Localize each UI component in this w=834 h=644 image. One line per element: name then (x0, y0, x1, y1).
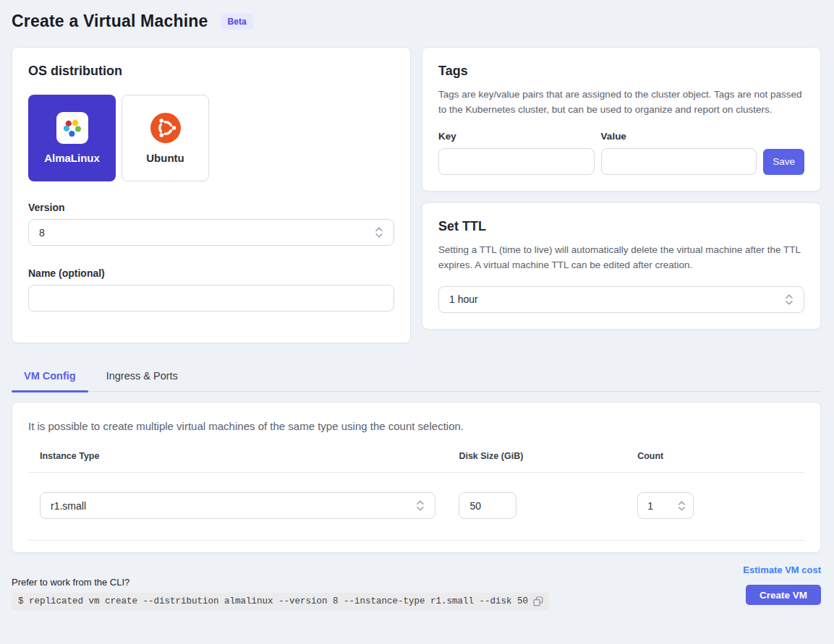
cli-block: Prefer to work from the CLI? $ replicate… (12, 577, 549, 610)
column-header-instance-type: Instance Type (28, 451, 447, 472)
distribution-tile-almalinux[interactable]: AlmaLinux (28, 95, 116, 181)
instance-type-value: r1.small (51, 500, 86, 512)
os-distribution-card: OS distribution AlmaLinux (12, 47, 411, 343)
disk-size-input[interactable] (459, 492, 516, 519)
column-header-disk-size: Disk Size (GiB) (447, 451, 626, 472)
vm-table-row: r1.small 1 (28, 473, 804, 541)
almalinux-logo-icon (56, 112, 88, 144)
column-header-count: Count (626, 451, 804, 472)
distribution-tiles: AlmaLinux (28, 95, 394, 181)
top-cards: OS distribution AlmaLinux (12, 47, 821, 343)
chevron-updown-icon (375, 226, 383, 239)
vm-config-card: It is possible to create multiple virtua… (12, 402, 821, 553)
right-column: Tags Tags are key/value pairs that are a… (422, 47, 821, 330)
save-tag-button[interactable]: Save (763, 149, 804, 175)
page-footer: Prefer to work from the CLI? $ replicate… (12, 564, 821, 610)
create-vm-page: Create a Virtual Machine Beta OS distrib… (0, 0, 834, 610)
instance-type-cell: r1.small (28, 492, 447, 519)
page-title: Create a Virtual Machine (12, 12, 208, 31)
ubuntu-logo-icon (150, 112, 182, 144)
tab-vm-config[interactable]: VM Config (12, 362, 88, 391)
instance-type-select[interactable]: r1.small (40, 492, 435, 519)
cli-command-text: $ replicated vm create --distribution al… (18, 596, 528, 606)
set-ttl-card: Set TTL Setting a TTL (time to live) wil… (422, 202, 821, 330)
footer-actions: Estimate VM cost Create VM (743, 564, 821, 610)
count-value: 1 (647, 500, 653, 512)
tag-value-input[interactable] (601, 148, 757, 175)
ttl-select-value: 1 hour (449, 293, 478, 305)
disk-size-cell (447, 492, 626, 519)
set-ttl-description: Setting a TTL (time to live) will automa… (438, 243, 804, 273)
tag-key-label: Key (438, 131, 595, 142)
os-distribution-heading: OS distribution (28, 64, 394, 79)
tags-description: Tags are key/value pairs that are assign… (438, 87, 804, 118)
vm-config-note: It is possible to create multiple virtua… (28, 420, 804, 432)
distribution-tile-label: AlmaLinux (44, 152, 100, 164)
tag-key-field-group: Key (438, 131, 595, 175)
version-select[interactable]: 8 (28, 219, 394, 246)
estimate-vm-cost-link[interactable]: Estimate VM cost (743, 564, 821, 575)
set-ttl-heading: Set TTL (438, 219, 804, 234)
chevron-updown-icon (785, 293, 793, 306)
name-label: Name (optional) (28, 267, 394, 279)
page-header: Create a Virtual Machine Beta (12, 12, 821, 31)
distribution-tile-ubuntu[interactable]: Ubuntu (122, 95, 209, 181)
cli-command: $ replicated vm create --distribution al… (12, 593, 549, 610)
ttl-select[interactable]: 1 hour (438, 286, 804, 313)
tags-card: Tags Tags are key/value pairs that are a… (422, 47, 821, 192)
count-cell: 1 (626, 492, 804, 519)
cli-label: Prefer to work from the CLI? (12, 577, 549, 588)
version-select-value: 8 (39, 227, 45, 239)
beta-badge: Beta (221, 14, 253, 30)
tab-ingress-ports[interactable]: Ingress & Ports (94, 362, 190, 391)
count-stepper[interactable]: 1 (637, 492, 694, 519)
name-input[interactable] (28, 285, 394, 312)
config-tabs: VM Config Ingress & Ports (12, 362, 821, 392)
version-label: Version (28, 202, 394, 213)
create-vm-button[interactable]: Create VM (746, 585, 821, 605)
vm-table-header-row: Instance Type Disk Size (GiB) Count (28, 451, 804, 473)
chevron-updown-icon (678, 500, 686, 512)
distribution-tile-label: Ubuntu (146, 152, 184, 164)
tags-form: Key Value Save (438, 131, 804, 175)
tag-key-input[interactable] (438, 148, 595, 175)
vm-instances-table: Instance Type Disk Size (GiB) Count r1.s… (28, 451, 804, 541)
copy-icon[interactable] (533, 596, 543, 606)
tag-value-field-group: Value (601, 131, 757, 175)
tags-heading: Tags (438, 64, 804, 79)
tag-value-label: Value (601, 131, 757, 142)
chevron-updown-icon (416, 499, 425, 512)
